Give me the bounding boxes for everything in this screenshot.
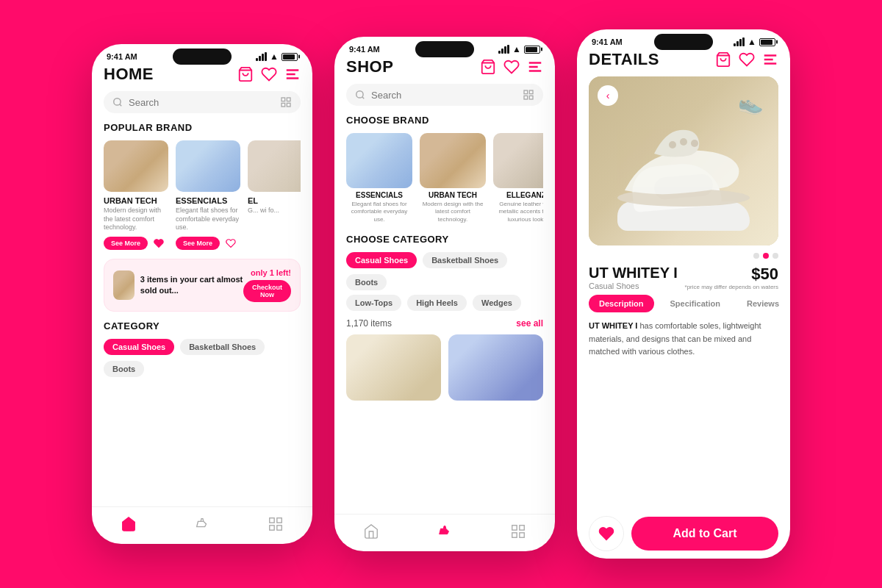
- product-card-2[interactable]: [448, 334, 543, 401]
- svg-rect-26: [520, 533, 524, 537]
- brand-actions-essencials: See More: [176, 237, 240, 250]
- heart-icon[interactable]: [261, 66, 277, 82]
- tab-description[interactable]: Description: [589, 295, 654, 312]
- svg-rect-10: [270, 518, 274, 523]
- notch-right: [654, 34, 713, 50]
- shop-icon-right[interactable]: [715, 51, 731, 68]
- favorite-button[interactable]: [589, 516, 624, 551]
- see-more-essencials[interactable]: See More: [176, 237, 220, 250]
- pill-casual-mid[interactable]: Casual Shoes: [346, 252, 417, 268]
- menu-icon[interactable]: [284, 66, 301, 82]
- time-left: 9:41 AM: [107, 52, 137, 61]
- shop-icon-mid[interactable]: [480, 59, 496, 75]
- search-input-mid[interactable]: [371, 90, 517, 101]
- status-icons-mid: ▲: [498, 44, 540, 54]
- category-pills-mid: Casual Shoes Basketball Shoes Boots: [346, 252, 543, 290]
- pill-lowtops-mid[interactable]: Low-Tops: [346, 295, 401, 311]
- pill-wedges-mid[interactable]: Wedges: [473, 295, 521, 311]
- see-more-urban[interactable]: See More: [104, 237, 148, 250]
- shop-icon[interactable]: [237, 66, 254, 82]
- tab-specification[interactable]: Specification: [660, 295, 731, 312]
- left-header: HOME: [104, 65, 301, 84]
- only-left-label: only 1 left!: [251, 268, 291, 277]
- nav-home-mid[interactable]: [360, 520, 382, 545]
- menu-icon-right[interactable]: [762, 51, 778, 68]
- mid-search-bar[interactable]: [346, 84, 543, 106]
- heart-icon-brand-urban[interactable]: [154, 238, 164, 248]
- menu-icon-mid[interactable]: [527, 59, 543, 75]
- battery-icon: [282, 53, 298, 61]
- brand-desc-el: G... wi fo...: [248, 207, 301, 215]
- product-title-row: UT WHITEY I Casual Shoes $50 *price may …: [589, 265, 778, 292]
- cart-img: [113, 270, 135, 300]
- mid-brand-img-elleganz: [493, 133, 543, 188]
- pill-basketball-mid[interactable]: Basketball Shoes: [423, 252, 507, 268]
- filter-icon-mid[interactable]: [523, 89, 534, 101]
- checkout-button[interactable]: Checkout Now: [243, 280, 291, 302]
- svg-point-35: [691, 140, 698, 147]
- items-count-row: 1,170 items see all: [346, 318, 543, 329]
- choose-brand-title: CHOOSE BRAND: [346, 115, 543, 126]
- pill-highheels-mid[interactable]: High Heels: [407, 295, 467, 311]
- svg-rect-7: [287, 98, 290, 101]
- add-to-cart-row: Add to Cart: [589, 516, 778, 551]
- pill-boots-left[interactable]: Boots: [104, 361, 144, 377]
- phone-mid: 9:41 AM ▲ SHOP CH: [334, 37, 555, 551]
- svg-rect-11: [277, 518, 282, 523]
- desc-bold: UT WHITEY I: [589, 321, 637, 330]
- nav-home-left[interactable]: [118, 513, 140, 538]
- product-card-1[interactable]: [346, 334, 441, 401]
- battery-icon-right: [759, 38, 775, 46]
- mid-brand-img-essencials: [346, 133, 412, 188]
- right-header: DETAILS: [589, 50, 778, 69]
- product-name-group: UT WHITEY I Casual Shoes: [589, 265, 678, 292]
- pill-boots-mid[interactable]: Boots: [346, 274, 387, 290]
- status-bar-right: 9:41 AM ▲: [577, 29, 790, 50]
- dot-2: [763, 253, 769, 259]
- mid-brand-name-urban: URBAN TECH: [429, 191, 477, 199]
- search-input[interactable]: [129, 97, 274, 108]
- mid-brand-img-urban: [420, 133, 486, 188]
- mid-brand-desc-essencials: Elegant flat shoes for comfortable every…: [346, 201, 412, 223]
- nav-menu-left[interactable]: [265, 513, 287, 538]
- tab-reviews[interactable]: Reviews: [736, 295, 789, 312]
- svg-rect-20: [524, 90, 528, 94]
- signal-icon-right: [734, 37, 745, 46]
- brand-row-left: URBAN TECH Modern design with the latest…: [104, 140, 301, 250]
- filter-icon[interactable]: [280, 96, 292, 108]
- phone-right: 9:41 AM ▲ DETAILS: [577, 29, 790, 559]
- product-price-group: $50 *price may differ depends on waters: [685, 265, 778, 290]
- brand-card-urban: URBAN TECH Modern design with the latest…: [104, 140, 168, 250]
- wifi-icon-right: ▲: [747, 37, 756, 47]
- svg-rect-13: [270, 526, 274, 530]
- mid-brand-essencials: ESSENCIALS Elegant flat shoes for comfor…: [346, 133, 412, 223]
- nav-shoe-mid[interactable]: [434, 520, 456, 545]
- pill-basketball-left[interactable]: Basketball Shoes: [180, 339, 265, 355]
- heart-icon-right[interactable]: [739, 51, 755, 68]
- search-icon-mid: [355, 90, 365, 100]
- pill-casual-left[interactable]: Casual Shoes: [104, 339, 174, 355]
- heart-icon-mid[interactable]: [503, 59, 520, 75]
- nav-menu-mid[interactable]: [507, 520, 529, 545]
- svg-point-33: [669, 141, 676, 148]
- svg-rect-9: [282, 103, 285, 107]
- popular-brand-title: POPULAR BRAND: [104, 122, 301, 133]
- left-search-bar[interactable]: [104, 91, 301, 113]
- heart-icon-brand-essencials[interactable]: [226, 238, 236, 248]
- see-all-button[interactable]: see all: [516, 318, 543, 329]
- choose-category-title: CHOOSE CATEGORY: [346, 234, 543, 245]
- right-header-icons: [715, 51, 778, 68]
- category-pills-mid-2: Low-Tops High Heels Wedges: [346, 295, 543, 311]
- status-bar-mid: 9:41 AM ▲: [334, 37, 555, 57]
- nav-shoe-left[interactable]: [191, 513, 213, 538]
- brand-img-el: [248, 140, 301, 192]
- dot-3: [772, 253, 778, 259]
- signal-icon-mid: [498, 45, 509, 54]
- category-pills-left: Casual Shoes Basketball Shoes Boots: [104, 339, 301, 377]
- svg-point-4: [114, 98, 121, 105]
- back-button[interactable]: ‹: [598, 85, 618, 106]
- add-to-cart-button[interactable]: Add to Cart: [631, 517, 778, 551]
- brand-desc-essencials: Elegant flat shoes for comfortable every…: [176, 207, 240, 232]
- bottom-nav-left: [92, 506, 312, 544]
- search-icon: [112, 97, 123, 107]
